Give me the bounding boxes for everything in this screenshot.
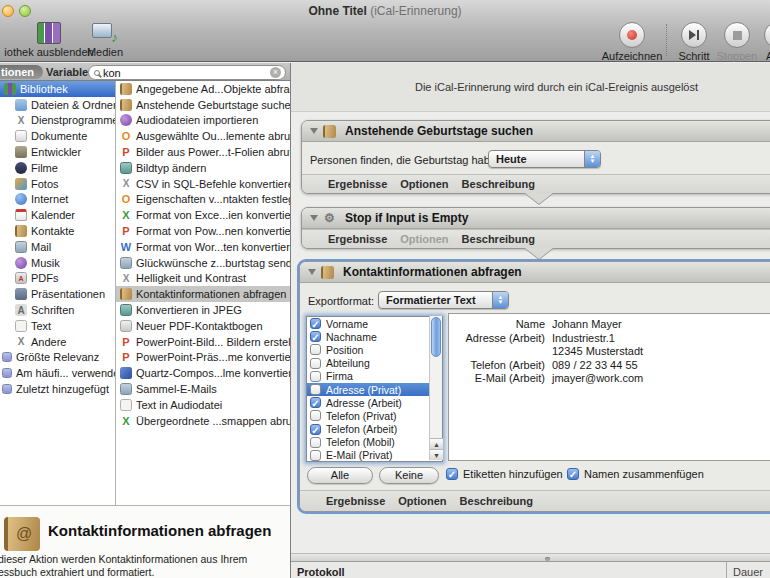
library-category-row[interactable]: Dateien & Ordner [0, 97, 115, 113]
field-checkbox[interactable] [310, 424, 321, 435]
workflow-action-contact-info[interactable]: Kontaktinformationen abfragen Exportform… [299, 261, 770, 512]
library-category-row[interactable]: Mail [0, 239, 115, 255]
log-splitter[interactable] [291, 553, 770, 562]
scrollbar-thumb[interactable] [431, 317, 441, 357]
workflow-action-stop-if-empty[interactable]: Stop if Input is Empty ErgebnisseOptione… [301, 207, 770, 249]
field-checkbox[interactable] [310, 331, 321, 342]
step-button[interactable]: Schritt [672, 22, 716, 62]
action-row[interactable]: Eigenschaften v...ntakten festlegen [116, 192, 291, 208]
library-category-row[interactable]: Entwickler [0, 144, 115, 160]
tab-actions[interactable]: tionen [0, 65, 43, 79]
library-category-row[interactable]: Kontakte [0, 223, 115, 239]
library-category-row[interactable]: Internet [0, 192, 115, 208]
workflow-action-birthdays[interactable]: Anstehende Geburtstage suchen Personen f… [301, 120, 770, 194]
field-checkbox[interactable] [310, 410, 321, 421]
library-category-row[interactable]: Text [0, 318, 115, 334]
action-row[interactable]: Helligkeit und Kontrast [116, 271, 291, 287]
contact-field-row[interactable]: Adresse (Arbeit) [307, 396, 442, 409]
action-row[interactable]: Anstehende Geburtstage suchen [116, 97, 291, 113]
disclosure-triangle-icon[interactable] [310, 128, 318, 134]
disclosure-triangle-icon[interactable] [308, 269, 316, 275]
library-category-row[interactable]: Dienstprogramme [0, 113, 115, 129]
action-row[interactable]: Format von Wor...ten konvertieren [116, 239, 291, 255]
select-all-button[interactable]: Alle [307, 467, 373, 484]
library-category-row[interactable]: Andere [0, 334, 115, 350]
footer-link[interactable]: Ergebnisse [328, 233, 387, 245]
action-row[interactable]: Neuer PDF-Kontaktbogen [116, 318, 291, 334]
combine-names-option[interactable]: Namen zusammenfügen [567, 468, 704, 480]
contact-field-row[interactable]: Position [307, 343, 442, 356]
library-category-row[interactable]: Präsentationen [0, 286, 115, 302]
action-header[interactable]: Anstehende Geburtstage suchen [302, 121, 770, 142]
library-category-row[interactable]: Dokumente [0, 128, 115, 144]
footer-link[interactable]: Optionen [398, 495, 446, 507]
library-category-row[interactable]: Größte Relevanz [0, 350, 115, 366]
stop-button[interactable]: Stoppen [713, 22, 761, 62]
action-row[interactable]: Übergeordnete ...smappen abrufen [116, 413, 291, 429]
media-button[interactable]: ♪ Medien [82, 22, 128, 58]
contact-field-row[interactable]: Abteilung [307, 357, 442, 370]
clear-search-icon[interactable]: × [270, 67, 281, 78]
field-checkbox[interactable] [310, 358, 321, 369]
library-category-row[interactable]: Filme [0, 160, 115, 176]
add-labels-option[interactable]: Etiketten hinzufügen [446, 468, 563, 480]
action-row[interactable]: Sammel-E-Mails [116, 381, 291, 397]
scroll-down-icon[interactable]: ▼ [430, 449, 443, 460]
contact-field-row[interactable]: Firma [307, 370, 442, 383]
contact-field-row[interactable]: Vorname [307, 317, 442, 330]
action-header[interactable]: Kontaktinformationen abfragen [300, 262, 770, 283]
scroll-up-icon[interactable]: ▲ [430, 438, 443, 449]
action-row[interactable]: Audiodateien importieren [116, 113, 291, 129]
footer-link[interactable]: Ergebnisse [326, 495, 385, 507]
footer-link[interactable]: Optionen [400, 178, 448, 190]
select-none-button[interactable]: Keine [379, 467, 439, 484]
library-category-row[interactable]: Schriften [0, 302, 115, 318]
field-checkbox[interactable] [310, 397, 321, 408]
action-row[interactable]: Kontaktinformationen abfragen [116, 286, 291, 302]
add-labels-checkbox[interactable] [446, 468, 458, 480]
search-field[interactable]: × [88, 65, 286, 80]
action-row[interactable]: Konvertieren in JPEG [116, 302, 291, 318]
contact-field-row[interactable]: E-Mail (Privat) [307, 449, 442, 462]
action-row[interactable]: PowerPoint-Bild... Bildern erstellen [116, 334, 291, 350]
action-row[interactable]: Quartz-Compos...lme konvertieren [116, 365, 291, 381]
combine-names-checkbox[interactable] [567, 468, 579, 480]
birthday-popup[interactable]: Heute ▲▼ [488, 150, 601, 168]
footer-link[interactable]: Beschreibung [460, 495, 533, 507]
footer-link[interactable]: Optionen [400, 233, 448, 245]
library-category-row[interactable]: Am häufi... verwendet [0, 365, 115, 381]
action-row[interactable]: Format von Pow...nen konvertieren [116, 223, 291, 239]
field-checkbox[interactable] [310, 371, 321, 382]
field-checkbox[interactable] [310, 318, 321, 329]
search-input[interactable] [103, 67, 270, 79]
contact-field-row[interactable]: Telefon (Privat) [307, 409, 442, 422]
contact-field-row[interactable]: Telefon (Mobil) [307, 436, 442, 449]
action-header[interactable]: Stop if Input is Empty [302, 208, 770, 229]
field-checkbox[interactable] [310, 450, 321, 461]
action-row[interactable]: Bilder aus Power...t-Folien abrufen [116, 144, 291, 160]
action-row[interactable]: Format von Exce...ien konvertieren [116, 207, 291, 223]
run-button[interactable]: Ausf [755, 22, 770, 62]
action-row[interactable]: Bildtyp ändern [116, 160, 291, 176]
titlebar[interactable]: Ohne Titel (iCal-Erinnerung) [0, 0, 770, 20]
footer-link[interactable]: Ergebnisse [328, 178, 387, 190]
action-row[interactable]: Glückwünsche z...burtstag senden [116, 255, 291, 271]
disclosure-triangle-icon[interactable] [310, 215, 318, 221]
action-row[interactable]: Text in Audiodatei [116, 397, 291, 413]
library-category-row[interactable]: Fotos [0, 176, 115, 192]
footer-link[interactable]: Beschreibung [462, 233, 535, 245]
action-row[interactable]: Ausgewählte Ou...lemente abrufen [116, 128, 291, 144]
export-format-popup[interactable]: Formatierter Text ▲▼ [378, 291, 509, 309]
list-scrollbar[interactable]: ▲ ▼ [429, 316, 442, 460]
library-category-row[interactable]: Kalender [0, 207, 115, 223]
library-category-row[interactable]: Zuletzt hinzugefügt [0, 381, 115, 397]
field-checkbox[interactable] [310, 437, 321, 448]
action-row[interactable]: Angegebene Ad...Objekte abfragen [116, 81, 291, 97]
action-row[interactable]: CSV in SQL-Befehle konvertieren [116, 176, 291, 192]
record-button[interactable]: Aufzeichnen [597, 22, 667, 62]
field-checkbox[interactable] [310, 384, 321, 395]
library-category-row[interactable]: Musik [0, 255, 115, 271]
library-category-row[interactable]: Bibliothek [0, 81, 115, 97]
footer-link[interactable]: Beschreibung [462, 178, 535, 190]
field-checkbox[interactable] [310, 344, 321, 355]
